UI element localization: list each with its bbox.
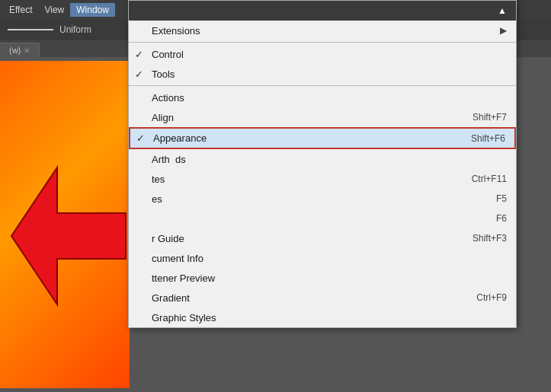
- actions-label: Actions: [152, 92, 507, 104]
- tools-label: Tools: [152, 69, 507, 80]
- document-tab[interactable]: (w) ✕: [0, 43, 40, 57]
- check-control: ✓: [135, 49, 143, 60]
- menu-item-attributes[interactable]: tes Ctrl+F11: [129, 169, 516, 189]
- check-appearance: ✓: [136, 132, 145, 144]
- tab-label: (w): [9, 46, 21, 55]
- gradient-label: Gradient: [152, 292, 476, 304]
- menu-item-align[interactable]: Align Shift+F7: [129, 107, 516, 127]
- appearance-shortcut: Shift+F6: [471, 133, 505, 144]
- menu-header: ▲: [129, 1, 516, 21]
- attributes-shortcut: Ctrl+F11: [472, 174, 507, 184]
- stroke-preview: Uniform: [5, 24, 91, 35]
- menu-item-docinfo[interactable]: cument Info: [129, 248, 516, 268]
- menu-item-extensions[interactable]: Extensions ▶: [129, 21, 516, 40]
- menu-item-control[interactable]: ✓ Control: [129, 44, 516, 64]
- menu-item-appearance[interactable]: ✓ Appearance Shift+F6: [129, 127, 516, 149]
- attributes-label: tes: [152, 174, 472, 185]
- window-dropdown-menu: ▲ Extensions ▶ ✓ Control ✓ Tools Actions…: [128, 0, 517, 328]
- menu-item-actions[interactable]: Actions: [129, 88, 516, 107]
- menu-item-graphicstyles[interactable]: Graphic Styles: [129, 308, 516, 327]
- menu-item-gradient[interactable]: Gradient Ctrl+F9: [129, 288, 516, 308]
- gradient-shortcut: Ctrl+F9: [476, 292, 507, 303]
- stroke-label: Uniform: [59, 24, 91, 35]
- brushes-label: es: [152, 193, 496, 205]
- align-shortcut: Shift+F7: [473, 112, 507, 123]
- separator-2: [129, 85, 516, 86]
- check-tools: ✓: [135, 69, 143, 80]
- color-shortcut: F6: [496, 213, 507, 224]
- extensions-arrow: ▶: [500, 25, 507, 36]
- menu-item-flatpreview[interactable]: ttener Preview: [129, 268, 516, 288]
- tab-close-icon[interactable]: ✕: [24, 46, 30, 55]
- menu-item-artboards[interactable]: Arth ds: [129, 149, 516, 169]
- menu-header-arrow: ▲: [498, 5, 507, 16]
- menu-view[interactable]: View: [38, 3, 70, 17]
- menu-item-tools[interactable]: ✓ Tools: [129, 64, 516, 84]
- docinfo-label: cument Info: [152, 253, 507, 264]
- align-label: Align: [152, 112, 473, 123]
- menu-item-colorguide[interactable]: r Guide Shift+F3: [129, 228, 516, 248]
- menu-item-brushes[interactable]: es F5: [129, 189, 516, 209]
- menu-window[interactable]: Window: [70, 3, 115, 17]
- menu-effect[interactable]: Effect: [3, 3, 38, 17]
- colorguide-label: r Guide: [152, 233, 473, 244]
- menu-item-color[interactable]: F6: [129, 209, 516, 228]
- brushes-shortcut: F5: [496, 193, 507, 204]
- colorguide-shortcut: Shift+F3: [473, 233, 507, 244]
- appearance-label: Appearance: [153, 132, 471, 144]
- canvas-shape: [0, 61, 130, 388]
- flatpreview-label: ttener Preview: [152, 272, 507, 284]
- control-label: Control: [152, 49, 507, 60]
- extensions-label: Extensions: [152, 25, 500, 37]
- stroke-line: [8, 29, 53, 30]
- separator-1: [129, 42, 516, 43]
- graphicstyles-label: Graphic Styles: [152, 312, 507, 323]
- artboards-label: Arth ds: [152, 154, 507, 165]
